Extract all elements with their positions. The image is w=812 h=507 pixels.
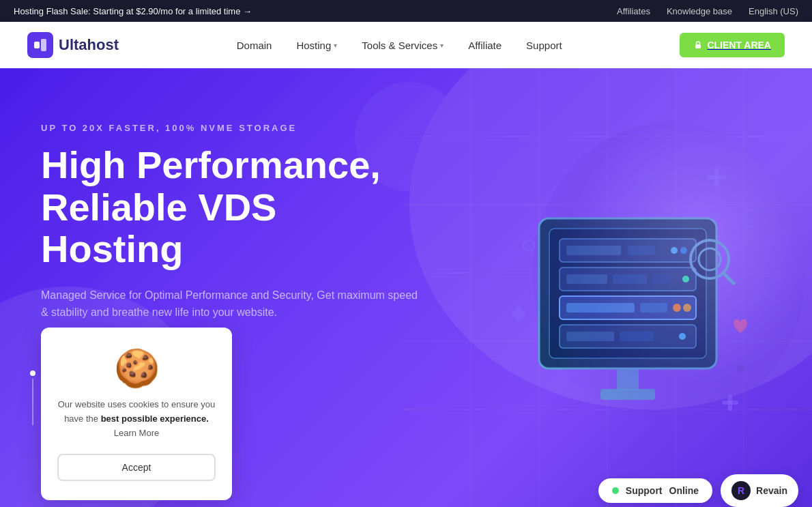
svg-rect-0 <box>34 42 40 48</box>
language-label: English (US) <box>749 6 798 16</box>
svg-rect-45 <box>722 401 738 405</box>
nav-affiliate-link[interactable]: Affiliate <box>459 34 511 57</box>
svg-rect-22 <box>628 246 655 255</box>
nav-item-support[interactable]: Support <box>517 34 572 57</box>
scroll-line <box>32 379 33 425</box>
nav-links: Domain Hosting ▾ Tools & Services ▾ Affi… <box>227 34 572 57</box>
knowledge-base-link[interactable]: Knowledge base <box>667 6 732 16</box>
support-label: Support <box>626 485 663 496</box>
svg-point-23 <box>671 247 678 254</box>
svg-point-38 <box>679 333 686 340</box>
svg-point-33 <box>673 304 681 312</box>
svg-rect-2 <box>695 44 701 48</box>
svg-point-48 <box>742 210 757 227</box>
support-online-indicator <box>612 487 619 494</box>
nav-tools-link[interactable]: Tools & Services ▾ <box>352 34 453 57</box>
svg-rect-16 <box>600 389 655 400</box>
svg-rect-32 <box>640 303 667 313</box>
svg-point-24 <box>680 247 687 254</box>
server-svg <box>498 109 757 437</box>
hero-description: Managed Service for Optimal Performance … <box>41 287 423 321</box>
lock-icon <box>693 40 703 50</box>
svg-rect-17 <box>617 368 639 390</box>
cookie-accept-button[interactable]: Accept <box>57 454 216 481</box>
nav-item-domain[interactable]: Domain <box>227 34 282 57</box>
nav-item-affiliate[interactable]: Affiliate <box>459 34 511 57</box>
cookie-text-after: Learn More <box>114 428 159 438</box>
chevron-down-icon: ▾ <box>440 42 444 49</box>
hero-subtitle: UP TO 20X FASTER, 100% NVMe STORAGE <box>41 123 423 133</box>
language-selector[interactable]: English (US) <box>749 6 798 16</box>
hero-illustration <box>498 109 785 464</box>
scroll-dot <box>30 371 35 376</box>
support-status: Online <box>669 485 699 496</box>
svg-point-34 <box>683 304 691 312</box>
revain-logo-icon: R <box>731 481 751 500</box>
logo[interactable]: Ultahost <box>27 32 119 58</box>
svg-point-47 <box>523 240 534 251</box>
nav-hosting-link[interactable]: Hosting ▾ <box>287 34 347 57</box>
cookie-popup: 🍪 Our website uses cookies to ensure you… <box>41 328 232 500</box>
hero-title: High Performance, Reliable VDS Hosting <box>41 144 423 270</box>
svg-line-41 <box>723 273 734 283</box>
svg-rect-37 <box>620 332 654 341</box>
svg-point-49 <box>736 364 744 373</box>
svg-rect-31 <box>566 303 635 313</box>
hero-title-line1: High Performance, <box>41 143 381 186</box>
logo-text: Ultahost <box>59 36 119 54</box>
hero-title-line2: Reliable VDS Hosting <box>41 186 276 271</box>
cookie-icon: 🍪 <box>57 347 216 390</box>
svg-rect-36 <box>566 332 614 341</box>
svg-rect-46 <box>511 306 527 322</box>
svg-rect-26 <box>566 274 607 284</box>
hero-section: UP TO 20X FASTER, 100% NVMe STORAGE High… <box>0 68 812 507</box>
client-area-label: CLIENT AREA <box>707 40 771 50</box>
nav-domain-link[interactable]: Domain <box>227 34 282 57</box>
svg-rect-1 <box>41 39 46 51</box>
svg-rect-28 <box>652 274 673 284</box>
svg-rect-43 <box>707 175 726 179</box>
chevron-down-icon: ▾ <box>334 42 337 49</box>
svg-rect-27 <box>613 274 647 284</box>
bottom-bar: Support Online R Revain <box>598 474 798 507</box>
top-bar: Hosting Flash Sale: Starting at $2.90/mo… <box>0 0 812 22</box>
revain-widget[interactable]: R Revain <box>721 474 798 507</box>
top-bar-links: Affiliates Knowledge base English (US) <box>617 6 798 16</box>
promo-text: Hosting Flash Sale: Starting at $2.90/mo… <box>14 6 252 16</box>
svg-point-29 <box>682 276 689 283</box>
nav-item-hosting[interactable]: Hosting ▾ <box>287 34 347 57</box>
nav-support-link[interactable]: Support <box>517 34 572 57</box>
nav-item-tools[interactable]: Tools & Services ▾ <box>352 34 453 57</box>
affiliates-link[interactable]: Affiliates <box>617 6 650 16</box>
svg-rect-21 <box>566 246 621 255</box>
cookie-text: Our website uses cookies to ensure you h… <box>57 398 216 440</box>
client-area-button[interactable]: CLIENT AREA <box>680 33 785 57</box>
promo-banner[interactable]: Hosting Flash Sale: Starting at $2.90/mo… <box>14 6 252 16</box>
cookie-text-bold: best possible experience. <box>101 414 209 424</box>
revain-label: Revain <box>756 485 787 496</box>
support-widget[interactable]: Support Online <box>598 478 712 503</box>
logo-icon <box>27 32 53 58</box>
hero-content: UP TO 20X FASTER, 100% NVMe STORAGE High… <box>41 123 423 349</box>
navbar: Ultahost Domain Hosting ▾ Tools & Servic… <box>0 22 812 68</box>
